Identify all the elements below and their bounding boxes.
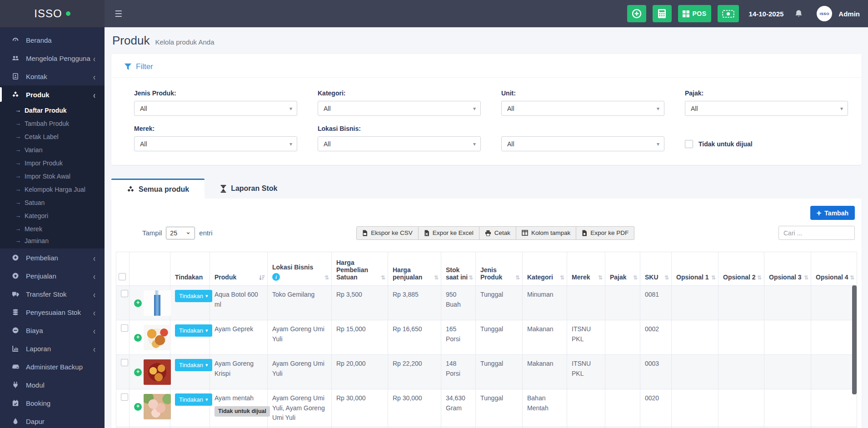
expand-row-button[interactable] xyxy=(134,334,142,342)
row-action-button[interactable]: Tindakan xyxy=(175,393,212,406)
not-for-sale-checkbox[interactable] xyxy=(685,140,693,148)
sidebar-item-beranda[interactable]: Beranda xyxy=(0,31,105,49)
merek-select[interactable]: All xyxy=(134,136,297,151)
select-all-checkbox[interactable] xyxy=(119,273,126,280)
sidebar-subitem-cetak-label[interactable]: Cetak Label xyxy=(0,130,105,143)
row-action-button[interactable]: Tindakan xyxy=(175,324,212,337)
sidebar-subitem-daftar-produk[interactable]: Daftar Produk xyxy=(0,104,105,117)
cell-pajak xyxy=(605,355,640,389)
print-button[interactable]: Cetak xyxy=(479,226,516,240)
unlabeled-select[interactable]: All xyxy=(501,136,664,151)
cell-opsional-1 xyxy=(672,389,718,427)
expand-row-button[interactable] xyxy=(134,299,142,307)
header-opsional-2[interactable]: Opsional 2 xyxy=(718,252,764,286)
header-produk[interactable]: Produk xyxy=(210,252,268,286)
header-sku[interactable]: SKU xyxy=(640,252,672,286)
logo[interactable]: ISSO xyxy=(0,0,105,27)
notifications-bell-icon[interactable] xyxy=(794,9,803,18)
sidebar-subitem-merek[interactable]: Merek xyxy=(0,222,105,235)
field-label: Merek: xyxy=(134,125,297,133)
sidebar-item-dapur[interactable]: Dapur xyxy=(0,412,105,428)
sort-icon xyxy=(515,274,520,281)
sidebar-item-biaya[interactable]: Biaya ‹ xyxy=(0,321,105,339)
pos-button[interactable]: POS xyxy=(678,5,711,22)
header-jenis-produk[interactable]: Jenis Produk xyxy=(476,252,523,286)
username-label[interactable]: Admin xyxy=(838,10,860,18)
cash-register-button[interactable] xyxy=(718,5,739,22)
sidebar-subitem-impor-stok-awal[interactable]: Impor Stok Awal xyxy=(0,169,105,183)
header-harga-pembelian[interactable]: Harga Pembelian Satuan xyxy=(332,252,388,286)
expand-row-button[interactable] xyxy=(134,403,142,411)
sidebar-subitem-tambah-produk[interactable]: Tambah Produk xyxy=(0,117,105,130)
add-product-button[interactable]: Tambah xyxy=(810,206,855,220)
header-lokasi-bisnis[interactable]: Lokasi Bisnis xyxy=(268,252,332,286)
lokasi-bisnis-select[interactable]: All xyxy=(318,136,481,151)
header-opsional-4[interactable]: Opsional 4 xyxy=(811,252,857,286)
sidebar-subitem-varian[interactable]: Varian xyxy=(0,143,105,156)
sidebar-item-booking[interactable]: Booking xyxy=(0,394,105,412)
row-checkbox[interactable] xyxy=(121,290,128,297)
sidebar-subitem-impor-produk[interactable]: Impor Produk xyxy=(0,156,105,169)
page-length-select[interactable]: 25 xyxy=(166,227,195,239)
row-action-button[interactable]: Tindakan xyxy=(175,359,212,371)
filter-field-unlabeled: All xyxy=(501,125,664,151)
header-pajak[interactable]: Pajak xyxy=(605,252,640,286)
sidebar-item-pembelian[interactable]: Pembelian ‹ xyxy=(0,249,105,267)
cell-opsional-4 xyxy=(811,389,857,427)
unit-select[interactable]: All xyxy=(501,101,664,116)
tab-semua-produk[interactable]: Semua produk xyxy=(111,179,205,199)
sort-icon xyxy=(633,274,638,281)
sort-icon xyxy=(560,274,564,281)
calculator-icon xyxy=(658,9,666,18)
sidebar-item-produk[interactable]: Produk ‹ xyxy=(0,85,105,104)
export-csv-button[interactable]: Ekspor ke CSV xyxy=(356,226,419,240)
header-opsional-3[interactable]: Opsional 3 xyxy=(764,252,811,286)
header-stok[interactable]: Stok saat ini xyxy=(441,252,476,286)
row-action-button[interactable]: Tindakan xyxy=(175,290,212,302)
user-avatar[interactable]: ISSO xyxy=(817,6,832,21)
sidebar-subitem-kelompok-harga-jual[interactable]: Kelompok Harga Jual xyxy=(0,183,105,196)
sidebar-subitem-kategori[interactable]: Kategori xyxy=(0,209,105,222)
sidebar-item-kontak[interactable]: Kontak ‹ xyxy=(0,67,105,85)
cubes-icon xyxy=(127,185,135,193)
filter-field-unit: Unit: All xyxy=(501,90,664,116)
tab-laporan-stok[interactable]: Laporan Stok xyxy=(205,179,293,199)
sidebar-subitem-satuan[interactable]: Satuan xyxy=(0,196,105,209)
cell-opsional-3 xyxy=(764,286,811,320)
address-book-icon xyxy=(11,73,20,80)
jenis-produk-select[interactable]: All xyxy=(134,101,297,116)
row-checkbox[interactable] xyxy=(121,359,128,366)
quick-add-button[interactable] xyxy=(627,5,646,22)
sidebar-item-administer-backup[interactable]: Administer Backup xyxy=(0,358,105,376)
pajak-select[interactable]: All xyxy=(685,101,848,116)
submenu-label: Tambah Produk xyxy=(25,120,69,127)
product-image xyxy=(144,394,171,419)
column-visibility-button[interactable]: Kolom tampak xyxy=(516,226,576,240)
product-tabs: Semua produk Laporan Stok xyxy=(111,179,862,199)
header-harga-penjualan[interactable]: Harga penjualan xyxy=(388,252,441,286)
sidebar-item-transfer-stok[interactable]: Transfer Stok ‹ xyxy=(0,285,105,303)
calculator-button[interactable] xyxy=(653,5,672,22)
kategori-select[interactable]: All xyxy=(318,101,481,116)
header-merek[interactable]: Merek xyxy=(567,252,605,286)
search-input[interactable] xyxy=(778,226,855,240)
sidebar-item-modul[interactable]: Modul xyxy=(0,376,105,394)
export-excel-button[interactable]: Expor ke Excel xyxy=(419,226,479,240)
sidebar-item-mengelola-pengguna[interactable]: Mengelola Pengguna ‹ xyxy=(0,49,105,67)
row-checkbox[interactable] xyxy=(121,324,128,332)
sidebar-item-laporan[interactable]: Laporan ‹ xyxy=(0,339,105,358)
export-pdf-button[interactable]: Expor ke PDF xyxy=(576,226,634,240)
header-kategori[interactable]: Kategori xyxy=(523,252,567,286)
sidebar-item-penyesuaian-stok[interactable]: Penyesuaian Stok ‹ xyxy=(0,303,105,321)
sidebar-item-penjualan[interactable]: Penjualan ‹ xyxy=(0,267,105,285)
header-opsional-1[interactable]: Opsional 1 xyxy=(672,252,718,286)
expand-row-button[interactable] xyxy=(134,368,142,376)
hamburger-menu-icon[interactable]: ☰ xyxy=(115,9,122,19)
submenu-label: Kelompok Harga Jual xyxy=(25,186,85,193)
info-icon[interactable] xyxy=(272,273,280,281)
row-checkbox[interactable] xyxy=(121,393,128,401)
sidebar-subitem-jaminan[interactable]: Jaminan xyxy=(0,235,105,249)
sidebar-item-label: Administer Backup xyxy=(26,363,83,371)
table-row: Tindakan Ayam Goreng Krispi Ayam Goreng … xyxy=(116,355,857,389)
table-scrollbar[interactable] xyxy=(852,285,857,394)
